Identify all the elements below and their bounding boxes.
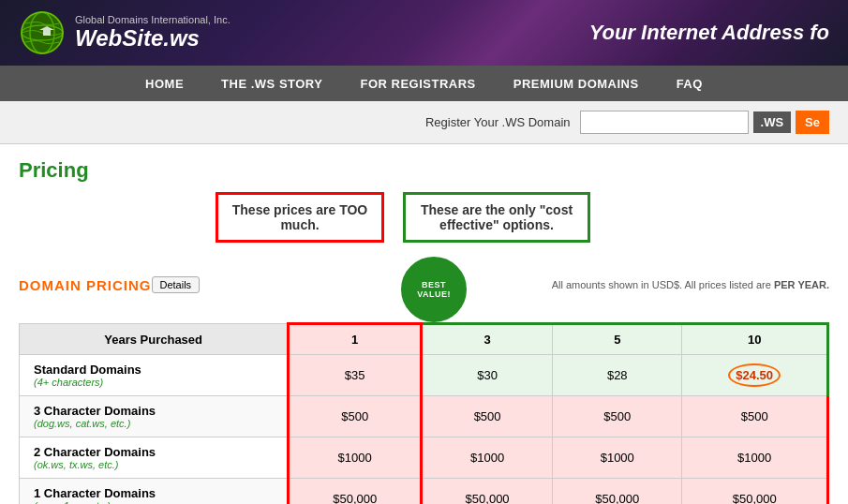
domain-type-label: 1 Character Domains <box>34 486 156 500</box>
domain-type-label: Standard Domains <box>34 363 141 377</box>
price-3char-1yr: $500 <box>289 396 422 437</box>
domain-pricing-header: DOMAIN PRICING Details BEST VALUE! All a… <box>19 252 829 318</box>
price-standard-3yr: $30 <box>422 355 553 396</box>
price-1char-3yr: $50,000 <box>422 479 553 505</box>
col-header-years: Years Purchased <box>20 324 289 355</box>
main-nav: HOME THE .WS STORY FOR REGISTRARS PREMIU… <box>0 66 848 101</box>
price-2char-3yr: $1000 <box>422 437 553 479</box>
annotation-green-text: These are the only "cost effective" opti… <box>421 202 573 232</box>
price-1char-1yr: $50,000 <box>289 479 422 505</box>
price-1char-10yr: $50,000 <box>682 479 828 505</box>
pricing-table: Years Purchased 1 3 5 10 Standard Domain… <box>19 322 829 504</box>
nav-registrars[interactable]: FOR REGISTRARS <box>360 77 475 91</box>
price-standard-5yr: $28 <box>553 355 682 396</box>
nav-ws-story[interactable]: THE .WS STORY <box>221 77 322 91</box>
register-input[interactable] <box>580 111 749 134</box>
domain-type-standard: Standard Domains (4+ characters) <box>20 355 289 396</box>
table-row: 2 Character Domains (ok.ws, tx.ws, etc.)… <box>20 437 828 479</box>
table-row: 3 Character Domains (dog.ws, cat.ws, etc… <box>20 396 828 437</box>
logo-text: Global Domains International, Inc. WebSi… <box>75 14 231 52</box>
logo-area: Global Domains International, Inc. WebSi… <box>19 9 231 56</box>
header: Global Domains International, Inc. WebSi… <box>0 0 848 66</box>
domain-type-1char: 1 Character Domains (x.ws, 1.ws, etc.) <box>20 479 289 505</box>
price-1char-5yr: $50,000 <box>553 479 682 505</box>
nav-faq[interactable]: FAQ <box>677 77 703 91</box>
domain-pricing-label: DOMAIN PRICING <box>19 277 152 293</box>
table-row: 1 Character Domains (x.ws, 1.ws, etc.) $… <box>20 479 828 505</box>
price-3char-5yr: $500 <box>553 396 682 437</box>
domain-type-label: 2 Character Domains <box>34 445 156 459</box>
table-row: Standard Domains (4+ characters) $35 $30… <box>20 355 828 396</box>
domain-sub-label: (ok.ws, tx.ws, etc.) <box>34 459 273 470</box>
best-value-badge: BEST VALUE! <box>401 257 467 322</box>
annotation-red-text: These prices are TOO much. <box>232 202 367 232</box>
domain-type-3char: 3 Character Domains (dog.ws, cat.ws, etc… <box>20 396 289 437</box>
site-name: WebSite.ws <box>75 25 231 52</box>
annotation-red-box: These prices are TOO much. <box>216 192 384 243</box>
logo-icon <box>19 9 66 56</box>
price-standard-1yr: $35 <box>289 355 422 396</box>
nav-home[interactable]: HOME <box>145 77 184 91</box>
pricing-title: Pricing <box>19 158 829 183</box>
header-tagline: Your Internet Address fo <box>589 21 829 45</box>
price-3char-10yr: $500 <box>682 396 828 437</box>
price-circled: $24.50 <box>728 363 781 387</box>
col-header-10: 10 <box>682 324 828 355</box>
col-header-5: 5 <box>553 324 682 355</box>
domain-sub-label: (dog.ws, cat.ws, etc.) <box>34 418 273 429</box>
annotation-green-box: These are the only "cost effective" opti… <box>403 192 590 243</box>
main-content: Pricing These prices are TOO much. These… <box>0 144 848 504</box>
annotations-row: These prices are TOO much. These are the… <box>19 192 829 243</box>
ws-badge: .WS <box>753 111 792 133</box>
price-2char-1yr: $1000 <box>289 437 422 479</box>
col-header-3: 3 <box>422 324 553 355</box>
domain-sub-label: (4+ characters) <box>34 377 273 388</box>
col-header-1: 1 <box>289 324 422 355</box>
usd-note-text: All amounts shown in USD$. All prices li… <box>552 279 829 290</box>
table-header-row: Years Purchased 1 3 5 10 <box>20 324 828 355</box>
price-standard-10yr: $24.50 <box>682 355 828 396</box>
domain-type-2char: 2 Character Domains (ok.ws, tx.ws, etc.) <box>20 437 289 479</box>
best-value-container: BEST VALUE! <box>326 252 467 318</box>
price-2char-10yr: $1000 <box>682 437 828 479</box>
price-3char-3yr: $500 <box>422 396 553 437</box>
nav-premium[interactable]: PREMIUM DOMAINS <box>513 77 639 91</box>
register-label: Register Your .WS Domain <box>425 115 571 129</box>
domain-sub-label: (x.ws, 1.ws, etc.) <box>34 500 273 504</box>
best-value-text: BEST VALUE! <box>404 280 464 299</box>
company-name: Global Domains International, Inc. <box>75 14 231 25</box>
register-bar: Register Your .WS Domain .WS Se <box>0 101 848 144</box>
price-2char-5yr: $1000 <box>553 437 682 479</box>
usd-note: All amounts shown in USD$. All prices li… <box>552 279 829 290</box>
details-button[interactable]: Details <box>152 276 201 293</box>
search-button[interactable]: Se <box>796 111 829 134</box>
domain-type-label: 3 Character Domains <box>34 404 156 418</box>
